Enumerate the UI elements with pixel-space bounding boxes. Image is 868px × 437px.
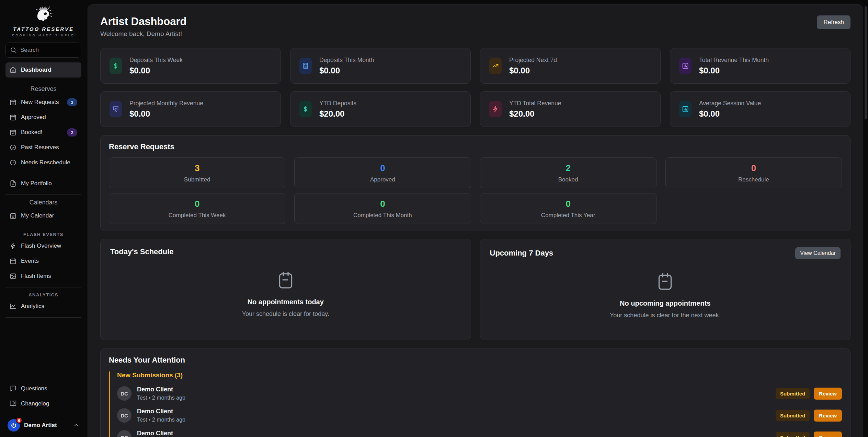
section-title: Needs Your Attention	[109, 356, 842, 365]
presentation-chart-icon	[112, 106, 119, 113]
empty-state: No appointments today Your schedule is c…	[110, 256, 461, 332]
avatar: 6	[8, 419, 20, 432]
user-menu[interactable]: 6 Demo Artist	[5, 415, 81, 432]
stat-card-projected-monthly: Projected Monthly Revenue $0.00	[100, 91, 281, 127]
review-button[interactable]: Review	[814, 432, 842, 437]
sidebar-item-dashboard[interactable]: Dashboard	[5, 62, 81, 78]
new-requests-count-badge: 3	[67, 98, 77, 106]
stat-tile	[679, 101, 692, 117]
sidebar-item-questions[interactable]: Questions	[5, 381, 81, 396]
calendar-icon	[10, 258, 16, 264]
sidebar-item-label: Questions	[21, 385, 47, 392]
sidebar-item-new-requests[interactable]: New Requests 3	[5, 95, 81, 110]
submission-row: DC Demo Client Test • 2 months ago Submi…	[117, 408, 842, 423]
sidebar-item-booked[interactable]: Booked! 2	[5, 125, 81, 140]
stat-label: Total Revenue This Month	[699, 57, 769, 64]
rr-label: Completed This Year	[541, 212, 595, 219]
skull-logo-icon	[5, 5, 81, 26]
search-box[interactable]	[5, 43, 81, 58]
stat-tile	[110, 58, 122, 74]
sidebar-item-approved[interactable]: Approved	[5, 110, 81, 125]
page-header: Artist Dashboard Welcome back, Demo Arti…	[100, 15, 850, 38]
line-chart-icon	[10, 303, 16, 310]
group-title: New Submissions (3)	[117, 371, 842, 379]
rr-label: Submitted	[184, 176, 210, 183]
dollar-icon	[302, 106, 309, 113]
calendar-dots-icon	[10, 114, 16, 121]
section-title: Reserve Requests	[109, 142, 842, 151]
rr-box-approved: 0 Approved	[294, 157, 471, 188]
divider	[5, 317, 81, 318]
stat-label: Deposits This Week	[129, 57, 183, 64]
sidebar-item-analytics[interactable]: Analytics	[5, 299, 81, 314]
sidebar-item-changelog[interactable]: Changelog	[5, 396, 81, 411]
stat-card-projected-7d: Projected Next 7d $0.00	[480, 48, 661, 84]
view-calendar-button[interactable]: View Calendar	[795, 247, 841, 259]
status-badge: Submitted	[776, 388, 810, 399]
stat-tile	[299, 101, 312, 117]
notification-badge: 6	[16, 417, 22, 424]
client-meta: Test • 2 months ago	[137, 395, 185, 401]
clock-icon	[10, 159, 16, 166]
stat-label: YTD Deposits	[319, 100, 356, 107]
rr-box-booked: 2 Booked	[480, 157, 656, 188]
upcoming-7-days-card: Upcoming 7 Days View Calendar No upcomin…	[480, 239, 851, 340]
bar-chart-icon	[682, 106, 689, 113]
section-header-reserves: Reserves	[5, 85, 81, 93]
sidebar-item-flash-items[interactable]: Flash Items	[5, 269, 81, 284]
book-open-icon	[10, 400, 16, 407]
app-logo: TATTOO RESERVE BOOKING MADE SIMPLE	[5, 5, 81, 37]
section-header-calendars: Calendars	[5, 199, 81, 206]
rr-label: Completed This Week	[169, 212, 226, 219]
divider	[5, 81, 81, 81]
review-button[interactable]: Review	[814, 410, 842, 422]
section-header-analytics: ANALYTICS	[5, 292, 81, 297]
sidebar-item-my-portfolio[interactable]: My Portfolio	[5, 176, 81, 191]
sidebar-item-label: Dashboard	[21, 67, 52, 73]
stat-label: YTD Total Revenue	[509, 100, 561, 107]
todays-schedule-card: Today's Schedule No appointments today Y…	[100, 239, 471, 340]
rr-value: 2	[566, 163, 570, 174]
trending-up-icon	[492, 62, 499, 69]
rr-box-reschedule: 0 Reschedule	[665, 157, 842, 188]
stat-value: $0.00	[699, 66, 769, 75]
search-input[interactable]	[20, 47, 77, 54]
calendar-check-icon	[10, 129, 16, 136]
sidebar-item-past-reserves[interactable]: Past Reserves	[5, 140, 81, 155]
stat-tile	[299, 58, 312, 74]
rr-value: 0	[380, 199, 385, 209]
sidebar-item-needs-reschedule[interactable]: Needs Reschedule	[5, 155, 81, 170]
sidebar-item-flash-overview[interactable]: Flash Overview	[5, 238, 81, 253]
sidebar-item-label: Approved	[21, 114, 46, 121]
client-name: Demo Client	[137, 430, 185, 437]
page-title: Artist Dashboard	[100, 15, 186, 28]
section-title: Upcoming 7 Days	[490, 249, 553, 258]
refresh-button[interactable]: Refresh	[817, 15, 850, 29]
zap-icon	[10, 243, 16, 249]
sidebar-item-events[interactable]: Events	[5, 253, 81, 269]
rr-box-completed-week: 0 Completed This Week	[109, 193, 285, 224]
calendar-empty-icon	[276, 271, 295, 290]
stat-card-ytd-deposits: YTD Deposits $20.00	[290, 91, 471, 127]
divider	[5, 194, 81, 195]
scrollbar-thumb[interactable]	[865, 6, 867, 119]
sidebar-item-label: My Portfolio	[21, 180, 52, 187]
sidebar-item-label: Booked!	[21, 129, 42, 136]
booked-count-badge: 2	[67, 128, 77, 137]
stat-value: $0.00	[509, 66, 557, 75]
stat-value: $20.00	[319, 109, 356, 119]
calendar-date-icon: 12	[10, 212, 16, 219]
sidebar-item-label: Past Reserves	[21, 144, 59, 151]
dotted-divider	[5, 173, 81, 173]
check-circle-icon	[10, 144, 16, 151]
main-content: Artist Dashboard Welcome back, Demo Arti…	[88, 4, 863, 437]
empty-title: No appointments today	[248, 298, 324, 306]
client-meta: Test • 2 months ago	[137, 417, 185, 423]
avatar: DC	[117, 408, 132, 423]
avatar: DC	[117, 430, 132, 437]
sidebar-item-my-calendar[interactable]: 12 My Calendar	[5, 208, 81, 223]
review-button[interactable]: Review	[814, 388, 842, 400]
rr-value: 0	[751, 163, 756, 174]
sidebar-item-label: My Calendar	[21, 212, 54, 219]
dollar-icon	[112, 62, 119, 69]
